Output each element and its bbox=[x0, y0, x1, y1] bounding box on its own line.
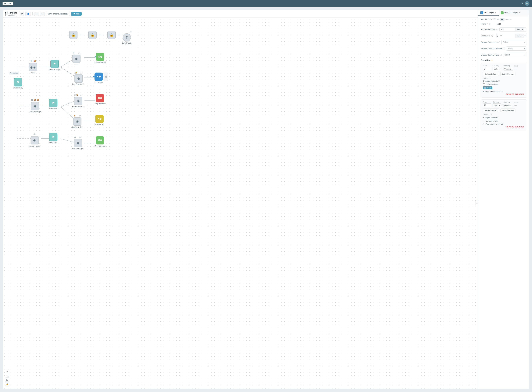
collapse-panel-button[interactable]: → bbox=[476, 201, 478, 206]
priority-info-icon[interactable]: ⓘ bbox=[489, 23, 490, 25]
max-methods-info-icon[interactable]: ⓘ bbox=[494, 18, 496, 20]
canvas-toolbar: Free freight No description ⇄ 👤 ↩ ↪ Save… bbox=[3, 10, 478, 18]
diamond4-icon: ◈ bbox=[75, 56, 78, 61]
node-label-free-cond: Free Shipping Tag bbox=[72, 83, 85, 85]
contribution-info-icon[interactable]: ⓘ bbox=[491, 35, 493, 37]
contribution-field[interactable] bbox=[499, 34, 515, 38]
node-basic-strategy[interactable]: ⚑ Basic strategy bbox=[13, 78, 23, 89]
override-currency-select-2[interactable]: SEK EUR bbox=[493, 103, 501, 107]
contribution-input[interactable]: ⊙ SEK EUR ▾ bbox=[496, 34, 527, 38]
latest-delivery-btn-1[interactable]: Latest Delivery bbox=[500, 72, 515, 76]
earliest-delivery-btn-1[interactable]: Earliest Delivery bbox=[483, 72, 499, 76]
node-box-cheaper-flag: ⚑ bbox=[51, 60, 59, 68]
node-lock1[interactable]: 🔒 bbox=[69, 31, 78, 39]
node-box-basic-strategy: ⚑ bbox=[14, 78, 22, 86]
node-unknown-tactic[interactable]: ✕⊛ Unknown size bbox=[94, 115, 104, 125]
remove-override-btn-2[interactable]: REMOVE OVERRIDE bbox=[483, 125, 524, 128]
node-min-freight-tactic[interactable]: ✕⊛ Min freight cost bbox=[94, 136, 105, 147]
tab-reduced-close[interactable]: × bbox=[519, 11, 521, 14]
node-label-cheaper-cond: >599 bbox=[31, 72, 35, 74]
settings-icon[interactable]: ⚙ bbox=[521, 2, 523, 5]
node-icons-min: ⚖ bbox=[34, 133, 36, 135]
topnav-right: ⚙ HA bbox=[521, 1, 529, 6]
redo-button[interactable]: ↪ bbox=[40, 12, 45, 16]
node-reduced-tactic[interactable]: ✕⊛ Reduced freight bbox=[94, 53, 106, 63]
exclude-transport-methods-select[interactable]: Select ▾ bbox=[506, 47, 527, 51]
latest-delivery-btn-2[interactable]: Latest Delivery bbox=[500, 108, 515, 112]
node-prime-core-flag[interactable]: ⚑ Prime Core bbox=[49, 133, 57, 144]
exclude-transporters-select[interactable]: Select ▾ bbox=[501, 40, 527, 44]
override-currency-select-1[interactable]: SEK EUR bbox=[493, 67, 501, 71]
field-exclude-delivery-types: Exclude Delivery Types ⓘ Select ▾ bbox=[481, 53, 527, 57]
node-default-tactic[interactable]: △6 ⊗ Default Tactic bbox=[122, 31, 131, 44]
node-prime-web-flag[interactable]: ⚑ Prime Web bbox=[49, 99, 57, 109]
override-ordering-select-1[interactable]: Ordering ▾ bbox=[504, 67, 513, 71]
node-cheaper-freight-flag[interactable]: ⚑ Cheaper freight bbox=[49, 60, 60, 70]
save-button[interactable]: Save checkout strategy bbox=[46, 12, 70, 16]
node-cheaper-freight-cond[interactable]: 🛒 🚚 ◈ >599 bbox=[29, 60, 37, 74]
contribution-currency-select[interactable]: SEK EUR bbox=[515, 34, 524, 38]
node-label-large-cond: Expensive freight bbox=[72, 106, 84, 107]
collection-point-label-1: Collection Point bbox=[486, 84, 498, 85]
exclude-delivery-info[interactable]: ⓘ bbox=[500, 54, 502, 56]
node-label-unsure-cond: Unsure of size bbox=[72, 126, 82, 128]
exclude-methods-chevron: ▾ bbox=[524, 48, 525, 50]
add-transport-btn-2[interactable]: + + Add transport method bbox=[483, 123, 503, 125]
node-box-large-tactic: ✕⊛ bbox=[96, 94, 104, 102]
collection-point-checkbox-2[interactable] bbox=[483, 120, 485, 122]
earliest-delivery-btn-2[interactable]: Earliest Delivery bbox=[483, 108, 499, 112]
transport-info-btn-1[interactable]: ⓘ bbox=[498, 80, 500, 82]
exclude-trans-info[interactable]: ⓘ bbox=[499, 41, 500, 43]
zoom-out-button[interactable]: − bbox=[5, 374, 9, 378]
override-ordering-col-2: Ordering Ordering ▾ bbox=[504, 101, 513, 107]
max-price-currency-select[interactable]: SEK EUR USD bbox=[515, 28, 524, 31]
node-free-shipping-cond[interactable]: 🚚 △1 ◈ Free Shipping Tag bbox=[72, 72, 85, 85]
options-link[interactable]: options bbox=[506, 19, 511, 20]
delete-node-button[interactable]: 🗑 bbox=[104, 73, 108, 81]
node-large-cond[interactable]: ⚖📦 △4 ◈ Expensive freight bbox=[72, 94, 84, 107]
max-price-field[interactable] bbox=[499, 28, 515, 31]
override-price-input-2[interactable] bbox=[483, 103, 491, 107]
zoom-fit-button[interactable]: ⊡ bbox=[5, 378, 9, 382]
node-free-freight-tactic[interactable]: ✕⊛ Free freight 🗑 bbox=[94, 73, 103, 83]
node-lock2[interactable]: 🔒 bbox=[88, 31, 97, 39]
undo-button[interactable]: ↩ bbox=[34, 12, 39, 16]
share-button[interactable]: ⇄ bbox=[19, 12, 24, 16]
node-min-cond2[interactable]: ⚖ △3 ◈ Minimum freight bbox=[72, 136, 84, 149]
unknown-tactic-icon: ✕⊛ bbox=[97, 117, 102, 120]
tab-free-close[interactable]: × bbox=[495, 11, 497, 14]
node-box-default-tactic: ⊗ bbox=[123, 33, 131, 42]
tag-label-1: Box bbox=[486, 87, 490, 89]
max-price-info-icon[interactable]: ⓘ bbox=[496, 28, 498, 30]
node-lock3[interactable]: 🔒 bbox=[107, 31, 116, 39]
max-display-price-input[interactable]: SEK EUR USD ▾ bbox=[499, 27, 527, 32]
diamond7-icon: ◈ bbox=[76, 119, 79, 124]
node-large-tactic[interactable]: ✕⊛ Large shipment bbox=[94, 94, 106, 105]
override-price-input-1[interactable] bbox=[483, 67, 491, 71]
users-button[interactable]: 👤 bbox=[25, 12, 31, 16]
contribution-chevron[interactable]: ▾ bbox=[524, 35, 526, 37]
tab-free-freight[interactable]: ✦ Free freight × bbox=[478, 10, 499, 16]
tag-remove-1[interactable]: × bbox=[490, 87, 491, 89]
test-button[interactable]: ⚗ Test bbox=[71, 12, 82, 16]
remove-override-btn-1[interactable]: REMOVE OVERRIDE bbox=[483, 93, 524, 96]
zoom-in-button[interactable]: + bbox=[5, 369, 9, 373]
transport-info-btn-2[interactable]: ⓘ bbox=[498, 117, 500, 118]
node-expensive-freight-cond[interactable]: ⚖ 📦 📦 ◈ Expensive freight bbox=[29, 99, 41, 113]
exclude-delivery-types-select[interactable]: Select ▾ bbox=[503, 53, 527, 57]
override-ordering-select-2[interactable]: Ordering ▾ bbox=[504, 103, 513, 107]
node-min-freight-cond[interactable]: ⚖ ◈ Minimum freight bbox=[29, 133, 40, 147]
collection-point-checkbox-1[interactable] bbox=[483, 83, 485, 85]
min-tactic-icon: ✕⊛ bbox=[98, 139, 102, 142]
node-box-free-cond: ◈ bbox=[75, 75, 83, 83]
node-reduced-cond[interactable]: 🛒 △2 ◈ >599 bbox=[72, 52, 80, 65]
add-transport-btn-1[interactable]: + + Add transport method bbox=[483, 90, 503, 93]
node-unsure-cond[interactable]: 📦 △5 ◈ Unsure of size bbox=[72, 115, 82, 128]
canvas-area[interactable]: Production ⚑ Basic strategy 🛒 🚚 ◈ >599 bbox=[3, 18, 478, 389]
tab-reduced-freight[interactable]: ✦ Reduced freight × bbox=[499, 10, 523, 16]
avatar[interactable]: HA bbox=[525, 1, 529, 6]
exclude-methods-info[interactable]: ⓘ bbox=[503, 47, 505, 50]
zoom-lock-button[interactable]: 🔒 bbox=[5, 382, 9, 386]
diamond8-icon: ◈ bbox=[76, 141, 79, 145]
max-price-chevron[interactable]: ▾ bbox=[524, 28, 526, 31]
